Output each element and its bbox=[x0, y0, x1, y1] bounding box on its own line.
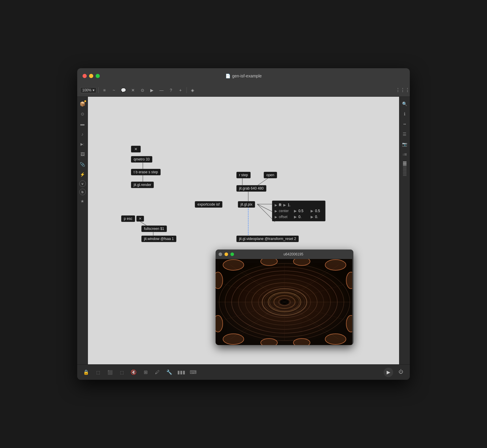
node-p-esc[interactable]: p esc bbox=[121, 215, 135, 222]
bottom-icon-power[interactable]: ⏻ bbox=[397, 368, 405, 376]
titlebar: 📄 gen-isf-example bbox=[77, 68, 410, 84]
sidebar-icon-midi[interactable]: ▶: bbox=[78, 140, 87, 148]
zoom-control[interactable]: 100% ▾ bbox=[80, 87, 97, 93]
sidebar-icon-target[interactable]: ⊙ bbox=[78, 110, 87, 118]
maximize-button[interactable] bbox=[96, 74, 100, 78]
close-button[interactable] bbox=[83, 74, 87, 78]
sidebar-icon-list-view[interactable]: ☰ bbox=[401, 130, 409, 138]
sidebar-icon-beap[interactable]: b bbox=[79, 189, 86, 195]
sidebar-icon-media[interactable]: ▬ bbox=[78, 120, 87, 128]
node-t-b-erase[interactable]: t b erase s step bbox=[131, 169, 161, 175]
toolbar: 100% ▾ ≡ ~ 💬 ✕ ⊙ ▶ — ? + ◈ ⋮⋮⋮ bbox=[77, 84, 410, 97]
level-bar-10 bbox=[403, 175, 407, 176]
sidebar-icon-vst[interactable]: v bbox=[79, 180, 86, 187]
level-meter bbox=[402, 160, 407, 177]
preview-window[interactable]: u642006195 bbox=[216, 250, 353, 345]
sidebar-icon-search[interactable]: 🔍 bbox=[401, 100, 409, 108]
node-jit-grab[interactable]: jit.grab 640 480 bbox=[236, 185, 266, 192]
svg-point-40 bbox=[216, 315, 223, 332]
level-bar-4 bbox=[403, 166, 407, 167]
sidebar-icon-objects[interactable]: 📦 bbox=[78, 100, 87, 108]
sidebar-icon-inspector[interactable]: ↕⊞ bbox=[401, 150, 409, 158]
window-title: 📄 gen-isf-example bbox=[225, 74, 262, 78]
toolbar-btn-play[interactable]: ▶ bbox=[148, 86, 156, 94]
bottom-right-controls: ▶ ⏻ bbox=[384, 368, 405, 377]
bottom-icon-mixer[interactable]: ▮▮▮ bbox=[177, 368, 185, 376]
level-bar-6 bbox=[403, 169, 407, 170]
level-bar-1 bbox=[403, 161, 407, 163]
svg-point-31 bbox=[223, 260, 244, 270]
bottom-icon-grid[interactable]: ⊞ bbox=[141, 368, 150, 376]
node-jit-gl-render[interactable]: jit.gl.render bbox=[131, 182, 154, 188]
sidebar-icon-plugin[interactable]: ⚡ bbox=[78, 170, 87, 179]
main-area: 📦 ⊙ ▬ ♪ ▶: 🖼 📎 ⚡ v b ★ bbox=[77, 97, 410, 364]
svg-point-36 bbox=[261, 339, 277, 345]
param-box: ▶ R ▶ 1. ▶ center ▶ 0.5 ▶ 0.5 ▶ offset ▶ bbox=[272, 201, 325, 221]
preview-close-btn[interactable] bbox=[219, 252, 222, 256]
toolbar-btn-x[interactable]: ✕ bbox=[129, 86, 137, 94]
window-controls bbox=[83, 74, 100, 78]
preview-titlebar: u642006195 bbox=[216, 250, 353, 259]
title-file-icon: 📄 bbox=[225, 74, 230, 78]
toolbar-btn-grid[interactable]: ⋮⋮⋮ bbox=[399, 86, 407, 94]
preview-maximize-btn[interactable] bbox=[230, 252, 234, 256]
bottom-icon-wrench[interactable]: 🔧 bbox=[165, 368, 173, 376]
param-row-r: ▶ R ▶ 1. bbox=[272, 202, 325, 208]
sidebar-icon-favorites[interactable]: ★ bbox=[78, 197, 87, 205]
bottom-icon-lock[interactable]: 🔒 bbox=[82, 368, 90, 376]
svg-point-37 bbox=[293, 339, 310, 345]
bottom-icon-mute[interactable]: 🔇 bbox=[129, 368, 138, 376]
sidebar-icon-clip[interactable]: 📎 bbox=[78, 160, 87, 169]
sidebar-icon-info[interactable]: ℹ bbox=[401, 110, 409, 118]
toolbar-btn-paint[interactable]: ◈ bbox=[189, 86, 197, 94]
toolbar-btn-minus[interactable]: — bbox=[157, 86, 166, 94]
node-p-esc-close[interactable]: ✕ bbox=[136, 216, 144, 222]
patch-canvas[interactable]: ✕ qmetro 33 t b erase s step jit.gl.rend… bbox=[88, 97, 399, 364]
sidebar-icon-panels[interactable]: ▪▪ bbox=[401, 120, 409, 128]
toolbar-separator-2 bbox=[186, 87, 187, 93]
node-open[interactable]: open bbox=[264, 172, 277, 178]
level-bar-8 bbox=[403, 172, 407, 173]
bottom-icon-present[interactable]: ⬛ bbox=[106, 368, 114, 376]
toolbar-btn-add[interactable]: + bbox=[176, 86, 185, 94]
node-qmetro[interactable]: qmetro 33 bbox=[131, 156, 152, 163]
tunnel-svg bbox=[216, 259, 352, 345]
svg-point-33 bbox=[293, 259, 310, 266]
toolbar-btn-help[interactable]: ? bbox=[167, 86, 175, 94]
level-bar-5 bbox=[403, 167, 407, 169]
sidebar-icon-snapshot[interactable]: 📷 bbox=[401, 140, 409, 148]
sidebar-icon-audio[interactable]: ♪ bbox=[78, 130, 87, 138]
toolbar-separator-1 bbox=[98, 87, 99, 93]
sidebar-icon-image[interactable]: 🖼 bbox=[78, 150, 87, 158]
bottom-icon-draw[interactable]: 🖊 bbox=[153, 368, 162, 376]
toolbar-btn-list[interactable]: ≡ bbox=[100, 86, 109, 94]
minimize-button[interactable] bbox=[89, 74, 93, 78]
svg-point-39 bbox=[216, 272, 223, 289]
node-r-step[interactable]: r step bbox=[236, 172, 251, 178]
main-window: 📄 gen-isf-example 100% ▾ ≡ ~ 💬 ✕ ⊙ ▶ — ?… bbox=[77, 68, 410, 380]
svg-point-38 bbox=[325, 334, 346, 344]
param-row-offset: ▶ offset ▶ 0. ▶ 0. bbox=[272, 214, 325, 220]
node-jit-gl-videoplane[interactable]: jit.gl.videoplane @transform_reset 2 bbox=[236, 236, 299, 242]
svg-point-35 bbox=[223, 334, 244, 344]
param-row-center: ▶ center ▶ 0.5 ▶ 0.5 bbox=[272, 208, 325, 214]
preview-canvas bbox=[216, 259, 352, 345]
toolbar-btn-circle[interactable]: ⊙ bbox=[138, 86, 147, 94]
bottom-icon-play[interactable]: ▶ bbox=[384, 368, 393, 377]
toolbar-btn-comment[interactable]: ~ bbox=[110, 86, 118, 94]
svg-point-34 bbox=[325, 260, 346, 270]
level-bar-7 bbox=[403, 170, 407, 171]
node-jit-window[interactable]: jit.window @fsaa 1 bbox=[141, 236, 176, 242]
bottom-icon-keyboard[interactable]: ⌨ bbox=[189, 368, 197, 376]
node-exportcode-isf[interactable]: exportcode isf bbox=[195, 201, 222, 208]
level-bar-2 bbox=[403, 163, 407, 164]
svg-line-3 bbox=[257, 177, 269, 186]
bottom-icon-select[interactable]: ⬚ bbox=[94, 368, 102, 376]
node-fullscreen[interactable]: fullscreen $1 bbox=[141, 225, 167, 232]
toolbar-btn-message[interactable]: 💬 bbox=[119, 86, 128, 94]
node-close-x[interactable]: ✕ bbox=[131, 146, 141, 152]
preview-minimize-btn[interactable] bbox=[224, 252, 228, 256]
node-jit-gl-pix[interactable]: jit.gl.pix bbox=[238, 201, 255, 208]
level-bar-3 bbox=[403, 164, 407, 166]
bottom-icon-overdrive[interactable]: ⬚ bbox=[118, 368, 126, 376]
